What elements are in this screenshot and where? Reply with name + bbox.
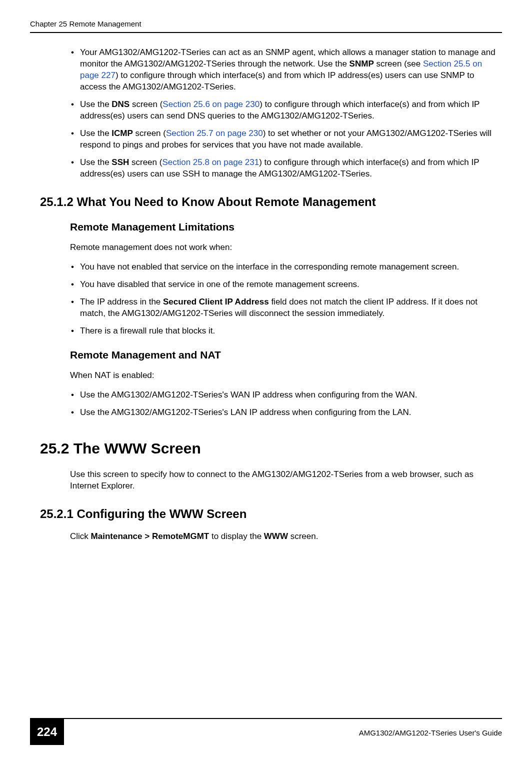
list-item: Use the AMG1302/AMG1202-TSeries's LAN IP…: [70, 407, 502, 418]
bold-term: DNS: [112, 100, 130, 109]
text-fragment: Use the: [80, 100, 112, 109]
heading-25-2: 25.2 The WWW Screen: [40, 438, 502, 459]
heading-limitations: Remote Management Limitations: [70, 220, 502, 234]
page-number-badge: 224: [30, 719, 64, 745]
page-container: Chapter 25 Remote Management Your AMG130…: [0, 0, 532, 762]
list-item: The IP address in the Secured Client IP …: [70, 296, 502, 320]
paragraph: Use this screen to specify how to connec…: [70, 469, 502, 492]
cross-reference-link[interactable]: Section 25.7 on page 230: [166, 128, 263, 138]
text-fragment: screen (: [129, 158, 162, 167]
text-fragment: to display the: [209, 532, 264, 541]
text-fragment: The IP address in the: [80, 297, 163, 306]
bold-term: SSH: [112, 158, 129, 167]
text-fragment: screen (see: [374, 59, 423, 68]
heading-nat: Remote Management and NAT: [70, 348, 502, 362]
cross-reference-link[interactable]: Section 25.8 on page 231: [162, 158, 259, 167]
bold-term: Secured Client IP Address: [163, 297, 269, 306]
list-item: You have disabled that service in one of…: [70, 279, 502, 290]
intro-bullet-list: Your AMG1302/AMG1202-TSeries can act as …: [70, 47, 502, 180]
paragraph: Click Maintenance > RemoteMGMT to displa…: [70, 531, 502, 542]
nat-bullet-list: Use the AMG1302/AMG1202-TSeries's WAN IP…: [70, 390, 502, 418]
footer-line: 224 AMG1302/AMG1202-TSeries User's Guide: [30, 718, 502, 745]
list-item: Use the ICMP screen (Section 25.7 on pag…: [70, 128, 502, 151]
guide-title: AMG1302/AMG1202-TSeries User's Guide: [359, 728, 502, 738]
bold-term: WWW: [264, 532, 288, 541]
paragraph: When NAT is enabled:: [70, 370, 502, 382]
list-item: Use the SSH screen (Section 25.8 on page…: [70, 157, 502, 180]
list-item: Use the AMG1302/AMG1202-TSeries's WAN IP…: [70, 390, 502, 401]
text-fragment: Use the: [80, 128, 112, 138]
list-item: Use the DNS screen (Section 25.6 on page…: [70, 99, 502, 122]
running-header: Chapter 25 Remote Management: [30, 19, 502, 33]
text-fragment: screen (: [130, 100, 162, 109]
cross-reference-link[interactable]: Section 25.6 on page 230: [162, 100, 260, 109]
text-fragment: Use the: [80, 158, 112, 167]
bold-term: ICMP: [112, 128, 133, 138]
paragraph: Remote management does not work when:: [70, 242, 502, 254]
content-area: Your AMG1302/AMG1202-TSeries can act as …: [30, 47, 502, 542]
list-item: There is a firewall rule that blocks it.: [70, 326, 502, 337]
list-item: Your AMG1302/AMG1202-TSeries can act as …: [70, 47, 502, 93]
heading-25-1-2: 25.1.2 What You Need to Know About Remot…: [40, 194, 502, 210]
bold-term: Maintenance > RemoteMGMT: [91, 532, 210, 541]
heading-25-2-1: 25.2.1 Configuring the WWW Screen: [40, 506, 502, 522]
header-chapter: Chapter 25 Remote Management: [30, 19, 142, 29]
text-fragment: screen (: [133, 128, 166, 138]
text-fragment: Click: [70, 532, 91, 541]
list-item: You have not enabled that service on the…: [70, 262, 502, 273]
bold-term: SNMP: [350, 59, 374, 68]
page-footer: 224 AMG1302/AMG1202-TSeries User's Guide: [30, 718, 502, 745]
limitations-bullet-list: You have not enabled that service on the…: [70, 262, 502, 337]
text-fragment: ) to configure through which interface(s…: [80, 70, 474, 92]
text-fragment: screen.: [288, 532, 318, 541]
